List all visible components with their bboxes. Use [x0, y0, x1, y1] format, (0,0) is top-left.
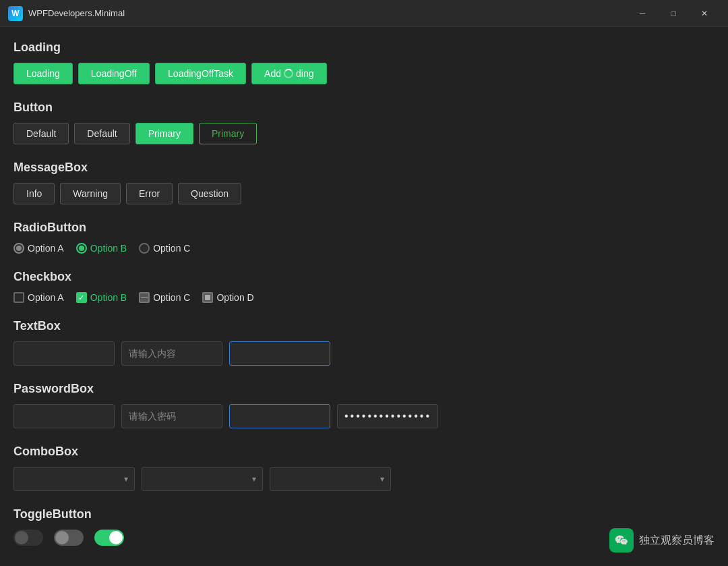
wechat-icon [609, 528, 634, 553]
radio-button-row: Option A Option B Option C [13, 243, 715, 254]
checkbox-option-c[interactable]: Option C [139, 292, 190, 303]
radio-option-a[interactable]: Option A [13, 243, 64, 254]
warning-button[interactable]: Warning [60, 183, 121, 204]
combobox-1-wrapper: ▾ [13, 467, 135, 491]
checkbox-box-b [76, 292, 87, 303]
combobox-section-title: ComboBox [13, 445, 715, 459]
passwordbox-1[interactable] [13, 404, 115, 428]
textbox-2[interactable] [121, 341, 222, 366]
primary-button-outline[interactable]: Primary [199, 123, 257, 144]
default-button-2-label: Default [87, 128, 117, 139]
radio-circle-b [76, 243, 87, 254]
combobox-section: ComboBox ▾ ▾ ▾ [13, 445, 715, 491]
textbox-3[interactable] [229, 341, 330, 366]
checkbox-box-a [13, 292, 24, 303]
minimize-button[interactable]: ─ [627, 3, 658, 24]
toggle-3[interactable] [94, 530, 124, 546]
togglebutton-section-title: ToggleButton [13, 507, 715, 521]
primary-button-filled[interactable]: Primary [135, 123, 193, 144]
messagebox-section: MessageBox Info Warning Error Question [13, 161, 715, 204]
messagebox-section-title: MessageBox [13, 161, 715, 175]
passwordbox-2[interactable] [121, 404, 222, 428]
app-title: WPFDevelopers.Minimal [28, 8, 627, 18]
combobox-3[interactable] [270, 467, 391, 491]
loading-section: Loading Loading LoadingOff LoadingOffTas… [13, 40, 715, 84]
loading-off-task-label: LoadingOffTask [168, 68, 233, 79]
loading-button[interactable]: Loading [13, 63, 73, 84]
app-icon: W [8, 6, 23, 21]
passwordbox-4[interactable] [337, 404, 438, 428]
combobox-2[interactable] [142, 467, 263, 491]
radiobutton-section: RadioButton Option A Option B Option C [13, 221, 715, 254]
primary-button-filled-label: Primary [148, 128, 181, 139]
default-button-2[interactable]: Default [74, 123, 129, 144]
loading-off-button[interactable]: LoadingOff [78, 63, 150, 84]
watermark: 独立观察员博客 [609, 528, 715, 553]
radio-label-a: Option A [28, 243, 64, 254]
textbox-section: TextBox [13, 319, 715, 366]
title-bar: W WPFDevelopers.Minimal ─ □ ✕ [0, 0, 728, 27]
messagebox-button-row: Info Warning Error Question [13, 183, 715, 204]
radio-option-b[interactable]: Option B [76, 243, 127, 254]
watermark-text: 独立观察员博客 [639, 534, 715, 548]
button-section-title: Button [13, 101, 715, 115]
radio-label-b: Option B [90, 243, 127, 254]
toggle-1[interactable] [13, 530, 43, 546]
loading-button-label: Loading [26, 68, 60, 79]
checkbox-option-b[interactable]: Option B [76, 292, 127, 303]
combobox-3-wrapper: ▾ [270, 467, 391, 491]
passwordbox-row [13, 404, 715, 428]
toggle-2-thumb [55, 531, 69, 544]
default-button-1-label: Default [26, 128, 56, 139]
checkbox-option-a[interactable]: Option A [13, 292, 64, 303]
close-button[interactable]: ✕ [689, 3, 720, 24]
radio-circle-a [13, 243, 24, 254]
toggle-3-thumb [109, 531, 123, 544]
button-section: Button Default Default Primary Primary [13, 101, 715, 144]
checkbox-option-d[interactable]: Option D [202, 292, 253, 303]
toggle-2[interactable] [54, 530, 84, 546]
checkbox-label-a: Option A [28, 292, 64, 303]
error-button-label: Error [139, 188, 160, 199]
error-button[interactable]: Error [126, 183, 173, 204]
radio-label-c: Option C [153, 243, 190, 254]
primary-button-outline-label: Primary [212, 128, 244, 139]
textbox-1[interactable] [13, 341, 115, 366]
add-loading-label-prefix: Add [264, 68, 281, 79]
button-row: Default Default Primary Primary [13, 123, 715, 144]
maximize-button[interactable]: □ [658, 3, 689, 24]
combobox-2-wrapper: ▾ [142, 467, 263, 491]
radio-option-c[interactable]: Option C [139, 243, 190, 254]
warning-button-label: Warning [73, 188, 108, 199]
checkbox-box-d [202, 292, 213, 303]
combobox-1[interactable] [13, 467, 135, 491]
loading-off-label: LoadingOff [91, 68, 137, 79]
checkbox-row: Option A Option B Option C Option D [13, 292, 715, 303]
window-controls: ─ □ ✕ [627, 3, 720, 24]
info-button-label: Info [26, 188, 42, 199]
add-loading-button[interactable]: Add ding [251, 63, 326, 84]
passwordbox-section: PasswordBox [13, 382, 715, 428]
checkbox-box-c [139, 292, 150, 303]
info-button[interactable]: Info [13, 183, 55, 204]
checkbox-label-b: Option B [90, 292, 127, 303]
radio-circle-c [139, 243, 150, 254]
loading-button-row: Loading LoadingOff LoadingOffTask Add di… [13, 63, 715, 84]
checkbox-section-title: Checkbox [13, 270, 715, 284]
toggle-1-thumb [15, 531, 28, 544]
loading-section-title: Loading [13, 40, 715, 55]
textbox-section-title: TextBox [13, 319, 715, 333]
checkbox-label-d: Option D [216, 292, 253, 303]
loading-off-task-button[interactable]: LoadingOffTask [155, 63, 246, 84]
question-button[interactable]: Question [178, 183, 241, 204]
default-button-1[interactable]: Default [13, 123, 69, 144]
checkbox-section: Checkbox Option A Option B Option C Opti… [13, 270, 715, 303]
add-loading-label-suffix: ding [296, 68, 313, 79]
checkbox-label-c: Option C [153, 292, 190, 303]
passwordbox-3[interactable] [229, 404, 330, 428]
textbox-row [13, 341, 715, 366]
main-content: Loading Loading LoadingOff LoadingOffTas… [0, 27, 728, 566]
passwordbox-section-title: PasswordBox [13, 382, 715, 396]
question-button-label: Question [191, 188, 229, 199]
add-loading-spinner [284, 69, 293, 78]
